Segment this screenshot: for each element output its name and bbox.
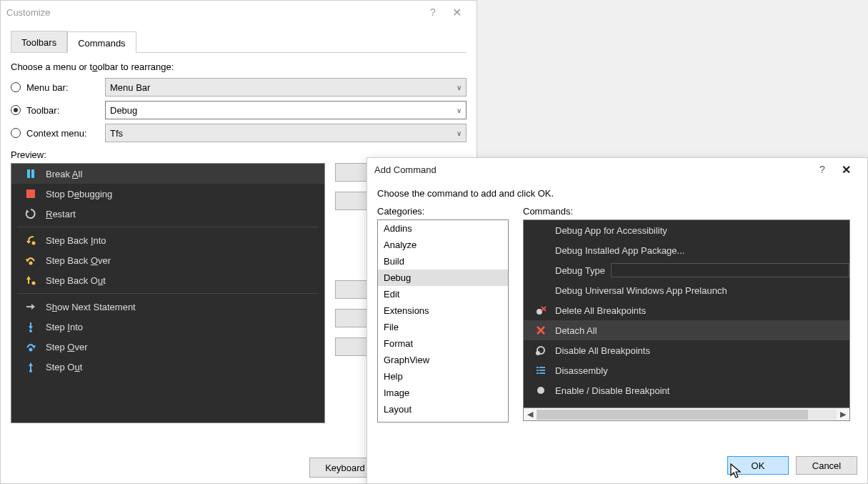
- context-select[interactable]: Tfs ∨: [105, 124, 467, 142]
- command-item[interactable]: Disassembly: [524, 360, 849, 380]
- preview-item-label: Step Out: [46, 362, 82, 372]
- categories-label: Categories:: [377, 206, 509, 217]
- disassembly-icon: [532, 362, 549, 378]
- command-item[interactable]: Debug Universal Windows App Prelaunch: [524, 280, 849, 300]
- commands-list[interactable]: Debug App for AccessibilityDebug Install…: [523, 219, 850, 408]
- preview-item[interactable]: Step Over: [11, 337, 324, 357]
- scroll-left-icon[interactable]: ◀: [524, 410, 537, 419]
- preview-item-label: Step Over: [46, 342, 88, 352]
- addcmd-instructions: Choose the command to add and click OK.: [377, 188, 857, 199]
- toolbar-select[interactable]: Debug ∨: [105, 101, 467, 119]
- radio-toolbar[interactable]: [11, 105, 21, 115]
- step-back-over-icon: [23, 252, 39, 268]
- command-item-label: Debug Type: [555, 265, 605, 276]
- preview-item[interactable]: Break All: [11, 164, 324, 184]
- separator: [17, 227, 319, 227]
- svg-point-6: [29, 330, 32, 332]
- blank-icon: [532, 282, 549, 298]
- command-item[interactable]: Delete All Breakpoints: [524, 300, 849, 320]
- category-item[interactable]: File: [378, 319, 508, 335]
- command-item-label: Detach All: [555, 325, 597, 336]
- command-item-label: Disable All Breakpoints: [555, 345, 650, 356]
- category-item[interactable]: Edit: [378, 286, 508, 302]
- horizontal-scrollbar[interactable]: ◀ ▶: [523, 408, 850, 421]
- category-item[interactable]: Addins: [378, 220, 508, 237]
- category-item[interactable]: Extensions: [378, 302, 508, 319]
- command-item[interactable]: Detach All: [524, 320, 849, 340]
- svg-point-11: [536, 351, 540, 355]
- preview-item[interactable]: Stop Debugging: [11, 184, 324, 204]
- preview-item-label: Restart: [46, 209, 76, 219]
- radio-context[interactable]: [11, 128, 21, 138]
- preview-item-label: Break All: [46, 169, 82, 179]
- ok-button[interactable]: OK: [727, 456, 789, 475]
- help-icon[interactable]: ?: [813, 164, 832, 175]
- categories-list[interactable]: AddinsAnalyzeBuildDebugEditExtensionsFil…: [377, 219, 509, 423]
- tab-toolbars[interactable]: Toolbars: [11, 31, 67, 52]
- category-item[interactable]: Format: [378, 335, 508, 352]
- svg-point-18: [537, 387, 544, 394]
- category-item[interactable]: Image: [378, 385, 508, 401]
- category-item[interactable]: Analyze: [378, 237, 508, 253]
- svg-rect-16: [537, 372, 539, 374]
- step-into-icon: [23, 319, 39, 335]
- blank-icon: [532, 222, 549, 238]
- preview-item[interactable]: Step Back Into: [11, 230, 324, 250]
- preview-item[interactable]: Restart: [11, 204, 324, 224]
- preview-list[interactable]: Break AllStop DebuggingRestartStep Back …: [11, 163, 325, 423]
- detach-icon: [532, 322, 549, 338]
- step-out-icon: [23, 359, 39, 375]
- command-item[interactable]: Enable / Disable Breakpoint: [524, 380, 849, 400]
- radio-toolbar-label: Toolbar:: [26, 105, 105, 116]
- scroll-right-icon[interactable]: ▶: [837, 410, 849, 419]
- cancel-button[interactable]: Cancel: [796, 456, 857, 475]
- category-item[interactable]: Debug: [378, 270, 508, 286]
- pause-icon: [23, 166, 39, 182]
- close-icon[interactable]: ✕: [442, 6, 471, 19]
- command-item-label: Disassembly: [555, 365, 608, 376]
- radio-context-label: Context menu:: [26, 128, 105, 139]
- svg-rect-14: [537, 370, 539, 371]
- svg-rect-1: [31, 169, 34, 178]
- preview-item[interactable]: Step Into: [11, 317, 324, 337]
- preview-item-label: Step Back Into: [46, 235, 106, 246]
- debug-type-value-field[interactable]: [611, 263, 849, 277]
- command-item-label: Debug App for Accessibility: [555, 225, 667, 236]
- command-item-label: Enable / Disable Breakpoint: [555, 385, 669, 396]
- preview-item[interactable]: Step Back Over: [11, 250, 324, 270]
- svg-point-3: [32, 242, 36, 245]
- blank-icon: [532, 402, 549, 408]
- svg-rect-2: [26, 189, 35, 198]
- addcmd-title: Add Command: [374, 164, 813, 175]
- command-item[interactable]: Debug Type: [524, 260, 849, 280]
- category-item[interactable]: Build: [378, 253, 508, 270]
- choose-label: Choose a menu or toolbar to rearrange:: [11, 61, 467, 72]
- svg-rect-12: [537, 367, 539, 368]
- close-icon[interactable]: ✕: [832, 163, 860, 177]
- radio-menubar[interactable]: [11, 82, 21, 92]
- tab-commands[interactable]: Commands: [67, 31, 136, 53]
- customize-titlebar: Customize ? ✕: [1, 1, 477, 24]
- menubar-select[interactable]: Menu Bar ∨: [105, 78, 467, 97]
- blank-icon: [532, 262, 549, 278]
- svg-point-9: [537, 309, 542, 315]
- stop-icon: [23, 186, 39, 202]
- preview-item[interactable]: Show Next Statement: [11, 297, 324, 317]
- category-item[interactable]: GraphView: [378, 352, 508, 368]
- svg-rect-15: [539, 370, 545, 371]
- command-item[interactable]: Disable All Breakpoints: [524, 340, 849, 360]
- preview-item-label: Step Into: [46, 322, 83, 332]
- command-item[interactable]: Debug App for Accessibility: [524, 220, 849, 240]
- command-item-label: Delete All Breakpoints: [555, 305, 646, 316]
- preview-item[interactable]: Step Back Out: [11, 270, 324, 290]
- separator: [17, 293, 319, 294]
- svg-rect-17: [539, 372, 545, 374]
- command-item[interactable]: Debug Installed App Package...: [524, 240, 849, 260]
- command-item[interactable]: Enable All Breakpoints: [524, 400, 849, 408]
- svg-point-4: [29, 262, 33, 265]
- command-item-label: Debug Universal Windows App Prelaunch: [555, 285, 727, 296]
- category-item[interactable]: Layout: [378, 401, 508, 418]
- category-item[interactable]: Help: [378, 368, 508, 385]
- help-icon[interactable]: ?: [424, 6, 442, 18]
- preview-item[interactable]: Step Out: [11, 357, 324, 377]
